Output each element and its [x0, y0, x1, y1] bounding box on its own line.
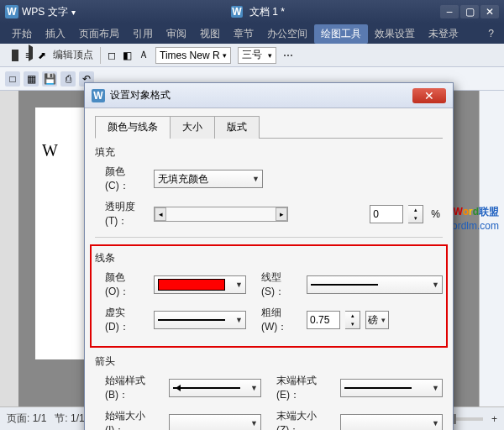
opacity-label: 透明度(T)：	[95, 200, 149, 228]
chevron-down-icon: ▼	[432, 281, 439, 289]
watermark-logo: Word联盟	[454, 202, 499, 219]
dialog-title-bar[interactable]: W 设置对象格式 ✕	[85, 83, 453, 108]
app-icon: W	[5, 5, 18, 18]
tab-reference[interactable]: 引用	[126, 24, 160, 44]
qat-open-icon[interactable]: ▦	[24, 71, 39, 87]
end-size-label: 末端大小(Z)：	[266, 409, 335, 430]
chevron-down-icon: ▼	[432, 384, 439, 392]
doc-title: 文档 1 *	[249, 5, 285, 19]
ribbon-tabs: 开始 插入 页面布局 引用 审阅 视图 章节 办公空间 绘图工具 效果设置 未登…	[0, 24, 504, 44]
tab-start[interactable]: 开始	[5, 24, 39, 44]
end-style-label: 末端样式(E)：	[266, 374, 335, 402]
fill-color-value: 无填充颜色	[158, 172, 208, 186]
line-style-swatch	[311, 284, 378, 286]
login-link[interactable]: 未登录	[422, 24, 465, 44]
chevron-down-icon: ▼	[252, 175, 260, 183]
close-window-button[interactable]: ✕	[480, 5, 499, 18]
app-title-bar: W WPS 文字 ▾ W 文档 1 * – ▢ ✕	[0, 0, 504, 24]
chevron-down-icon: ▼	[250, 419, 258, 427]
line-dash-swatch	[158, 319, 225, 321]
chevron-down-icon: ▾	[381, 316, 386, 324]
fill-group: 填充 颜色(C)： 无填充颜色 ▼ 透明度(T)： ◂▸ ▴▾ %	[95, 145, 443, 228]
begin-size-label: 始端大小(I)：	[95, 409, 164, 430]
qat-print-icon[interactable]: ⎙	[60, 71, 76, 87]
line-weight-input[interactable]	[307, 311, 340, 329]
begin-size-select[interactable]: ▼	[169, 414, 261, 430]
page-canvas[interactable]: W	[35, 108, 86, 359]
dialog-title: 设置对象格式	[110, 88, 171, 102]
opacity-unit: %	[428, 208, 443, 220]
dialog-icon: W	[92, 89, 105, 102]
weight-unit: 磅	[368, 313, 378, 328]
font-family-select[interactable]: Times New R▾	[155, 47, 231, 64]
edit-vertex-button[interactable]: 编辑顶点	[53, 48, 93, 62]
opacity-input[interactable]	[370, 205, 403, 223]
tab-drawing-tools[interactable]: 绘图工具	[314, 24, 368, 44]
line-weight-label: 粗细(W)：	[251, 306, 302, 334]
tab-layout[interactable]: 版式	[214, 116, 260, 139]
line-group-label: 线条	[95, 251, 443, 265]
tab-review[interactable]: 审阅	[160, 24, 193, 44]
fill-color-select[interactable]: 无填充颜色 ▼	[154, 170, 263, 188]
fill-tool-icon[interactable]: ◧	[123, 50, 132, 61]
line-weight-spin[interactable]: ▴▾	[345, 311, 360, 329]
chevron-down-icon: ▼	[250, 384, 258, 392]
minimize-button[interactable]: –	[440, 5, 459, 18]
opacity-slider[interactable]: ◂▸	[154, 207, 288, 222]
tab-view[interactable]: 视图	[193, 24, 227, 44]
vertical-ruler	[0, 91, 18, 406]
line-dash-label: 虚实(D)：	[95, 306, 149, 334]
app-name: WPS 文字	[22, 5, 68, 19]
tab-chapter[interactable]: 章节	[227, 24, 260, 44]
tab-page-layout[interactable]: 页面布局	[72, 24, 126, 44]
font-size-select[interactable]: 三号▾	[238, 47, 276, 64]
begin-style-select[interactable]: ▼	[169, 379, 261, 397]
end-arrow-swatch	[344, 387, 412, 389]
mouse-pointer-icon[interactable]: ⬈	[38, 50, 46, 61]
text-tool-icon[interactable]: Ａ	[139, 48, 149, 62]
arrow-group-label: 箭头	[95, 354, 443, 369]
chevron-down-icon: ▼	[235, 281, 243, 289]
format-object-dialog: W 设置对象格式 ✕ 颜色与线条 大小 版式 填充 颜色(C)： 无填充颜色 ▼…	[84, 82, 454, 430]
tab-office-space[interactable]: 办公空间	[260, 24, 314, 44]
fill-color-label: 颜色(C)：	[95, 165, 149, 193]
line-style-label: 线型(S)：	[251, 270, 302, 299]
line-color-label: 颜色(O)：	[95, 270, 149, 299]
ribbon-toolbar: ≡ ⬈ 编辑顶点 ◻ ◧ Ａ Times New R▾ 三号▾ ⋯	[0, 44, 504, 67]
line-color-swatch	[158, 279, 225, 291]
status-section: 节: 1/1	[55, 412, 84, 426]
more-shapes-icon[interactable]: ⋯	[283, 50, 293, 61]
status-page: 页面: 1/1	[7, 412, 46, 426]
document-text: W	[42, 141, 58, 160]
maximize-button[interactable]: ▢	[460, 5, 479, 18]
dialog-tabs: 颜色与线条 大小 版式	[95, 115, 443, 139]
chevron-down-icon: ▼	[235, 316, 243, 324]
doc-icon: W	[231, 6, 243, 18]
begin-style-label: 始端样式(B)：	[95, 374, 164, 402]
line-group-highlight: 线条 颜色(O)： ▼ 线型(S)： ▼ 虚实(D)： ▼	[90, 244, 448, 348]
tab-color-lines[interactable]: 颜色与线条	[95, 116, 171, 139]
line-weight-unit-select[interactable]: 磅 ▾	[365, 311, 389, 329]
qat-save-icon[interactable]: 💾	[42, 71, 57, 87]
arrow-shape-icon[interactable]	[12, 50, 18, 61]
opacity-spin[interactable]: ▴▾	[408, 205, 423, 223]
tab-size[interactable]: 大小	[170, 116, 215, 139]
end-size-select[interactable]: ▼	[340, 414, 443, 430]
qat-new-icon[interactable]: □	[5, 71, 20, 87]
end-style-select[interactable]: ▼	[340, 379, 443, 397]
line-style-select[interactable]: ▼	[307, 275, 443, 294]
dialog-close-button[interactable]: ✕	[412, 88, 446, 103]
line-color-select[interactable]: ▼	[154, 275, 246, 294]
begin-arrow-swatch	[173, 387, 240, 389]
side-panel	[479, 91, 504, 406]
fill-group-label: 填充	[95, 145, 443, 160]
tab-effect-settings[interactable]: 效果设置	[368, 24, 422, 44]
tab-insert[interactable]: 插入	[39, 24, 72, 44]
arrow-group: 箭头 始端样式(B)： ▼ 末端样式(E)： ▼ 始端大小(I)： ▼ 末端大小…	[95, 354, 443, 430]
line-dash-select[interactable]: ▼	[154, 311, 246, 329]
shape-tool-icon[interactable]: ◻	[108, 50, 116, 61]
help-icon[interactable]: ?	[483, 25, 499, 42]
zoom-in-button[interactable]: +	[491, 413, 497, 425]
chevron-down-icon: ▼	[432, 419, 439, 427]
